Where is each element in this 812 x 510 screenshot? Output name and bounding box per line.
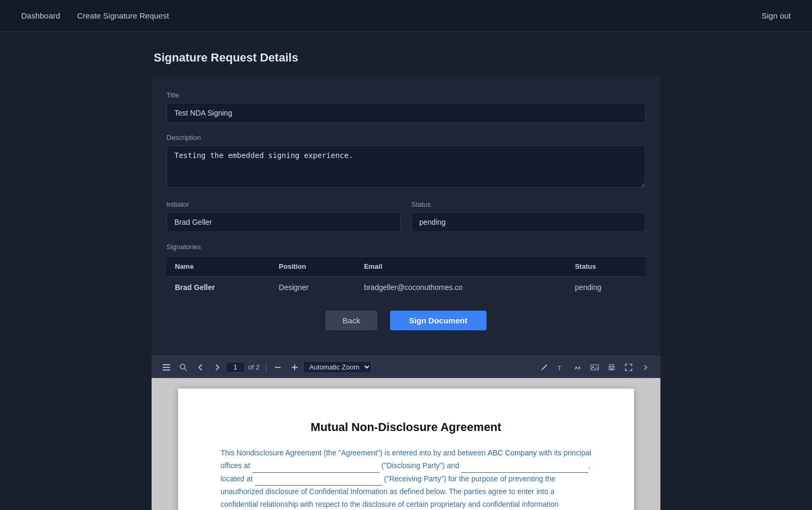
pdf-text-2: with its principal offices at ("Disclosi… <box>220 449 591 510</box>
col-name: Name <box>166 257 270 277</box>
description-textarea[interactable]: Testing the embedded signing experience. <box>166 145 646 188</box>
col-status: Status <box>567 257 646 277</box>
description-field-group: Description Testing the embedded signing… <box>166 134 646 190</box>
cell-name: Brad Geller <box>166 277 270 298</box>
initiator-input[interactable] <box>166 212 401 232</box>
status-field-group: Status <box>411 200 646 232</box>
title-field-group: Title <box>166 91 646 123</box>
zoom-select[interactable]: Automatic Zoom 50% 75% 100% 125% 150% <box>303 361 372 373</box>
cell-position: Designer <box>270 277 356 298</box>
nav-dashboard[interactable]: Dashboard <box>21 11 60 20</box>
prev-page-icon[interactable] <box>192 363 209 372</box>
signatories-label: Signatories <box>166 243 646 251</box>
pdf-blank-2 <box>461 460 588 473</box>
table-row: Brad Geller Designer bradgeller@coconuth… <box>166 277 646 298</box>
pdf-intro-text: This Nondisclosure Agreement (the "Agree… <box>220 449 488 457</box>
separator-1: | <box>265 362 268 373</box>
status-input[interactable] <box>411 212 646 232</box>
pdf-content-area: Mutual Non-Disclosure Agreement This Non… <box>152 378 660 510</box>
svg-line-4 <box>185 368 187 371</box>
next-page-icon[interactable] <box>209 363 226 372</box>
nav-signout[interactable]: Sign out <box>762 11 791 20</box>
page-title: Signature Request Details <box>152 51 660 65</box>
svg-rect-1 <box>163 367 170 368</box>
initiator-field-group: Initiator <box>166 200 401 232</box>
svg-rect-2 <box>163 370 170 371</box>
pdf-body-text: This Nondisclosure Agreement (the "Agree… <box>220 447 592 510</box>
toggle-sidebar-icon[interactable] <box>158 363 175 372</box>
image-icon[interactable] <box>586 363 603 372</box>
cell-email: bradgeller@coconuthomes.co <box>356 277 567 298</box>
page-number-input[interactable] <box>226 362 245 373</box>
pdf-company-name: ABC Company <box>488 449 537 457</box>
draw-icon[interactable] <box>535 363 552 372</box>
signatories-table: Name Position Email Status Brad Geller D… <box>166 256 646 298</box>
description-label: Description <box>166 134 646 142</box>
zoom-out-icon[interactable] <box>269 363 286 372</box>
search-icon[interactable] <box>175 363 192 372</box>
svg-point-3 <box>180 364 185 369</box>
action-buttons: Back Sign Document <box>166 311 646 343</box>
highlight-icon[interactable] <box>569 363 586 372</box>
svg-rect-13 <box>610 368 613 370</box>
fullscreen-icon[interactable] <box>620 363 637 372</box>
signatories-header-row: Name Position Email Status <box>166 257 646 277</box>
page-of-label: of 2 <box>248 363 260 371</box>
initiator-status-row: Initiator Status <box>166 200 646 232</box>
svg-rect-0 <box>163 364 170 365</box>
back-button[interactable]: Back <box>325 311 377 330</box>
print-icon[interactable] <box>603 363 620 372</box>
cell-status: pending <box>567 277 646 298</box>
more-options-icon[interactable] <box>637 363 654 372</box>
svg-rect-9 <box>591 365 598 370</box>
pdf-blank-3 <box>255 473 382 486</box>
svg-rect-12 <box>610 365 614 367</box>
title-label: Title <box>166 91 646 99</box>
svg-text:T: T <box>558 364 562 372</box>
col-position: Position <box>270 257 356 277</box>
zoom-in-icon[interactable] <box>286 363 303 372</box>
col-email: Email <box>356 257 567 277</box>
pdf-page: Mutual Non-Disclosure Agreement This Non… <box>178 389 634 510</box>
initiator-label: Initiator <box>166 200 401 208</box>
signatories-section: Signatories Name Position Email Status B… <box>166 243 646 298</box>
pdf-blank-1 <box>252 460 379 473</box>
status-label: Status <box>411 200 646 208</box>
signature-request-form: Title Description Testing the embedded s… <box>152 76 660 356</box>
pdf-toolbar: of 2 | Automatic Zoom 50% 75% 100% 125% … <box>152 356 660 378</box>
navbar: Dashboard Create Signature Request Sign … <box>0 0 812 32</box>
title-input[interactable] <box>166 103 646 123</box>
sign-document-button[interactable]: Sign Document <box>390 311 487 330</box>
nav-create-signature[interactable]: Create Signature Request <box>77 11 169 20</box>
pdf-document-title: Mutual Non-Disclosure Agreement <box>220 420 592 434</box>
text-icon[interactable]: T <box>552 363 569 372</box>
